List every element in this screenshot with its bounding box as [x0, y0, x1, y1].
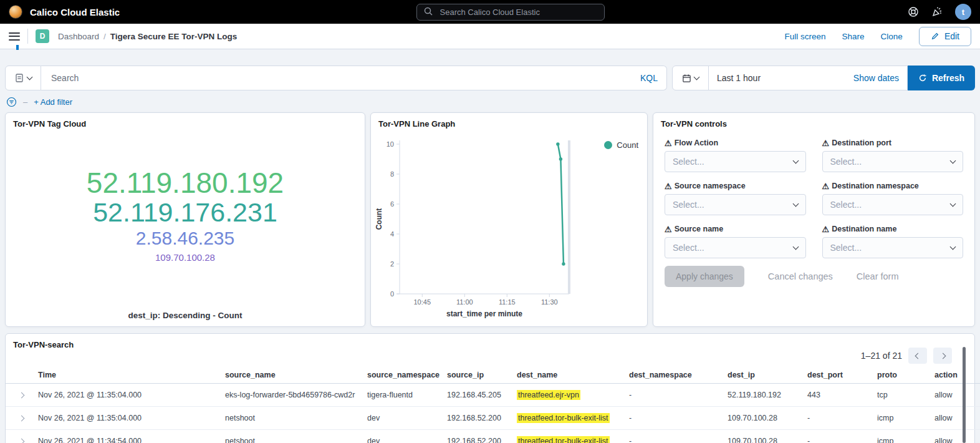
full-screen-button[interactable]: Full screen: [785, 32, 826, 41]
panel-title: Tor-VPN controls: [653, 113, 974, 129]
newsfeed-icon[interactable]: [931, 6, 943, 17]
row-expander[interactable]: [6, 407, 33, 430]
apply-changes-button[interactable]: Apply changes: [665, 266, 744, 287]
pagination: 1–21 of 21: [861, 348, 952, 364]
tag-1[interactable]: 52.119.180.192: [87, 168, 284, 198]
time-range-value[interactable]: Last 1 hour: [709, 73, 769, 83]
pencil-icon: [931, 32, 939, 41]
row-expander[interactable]: [6, 430, 33, 443]
tag-2[interactable]: 52.119.176.231: [93, 198, 277, 227]
table-row: Nov 26, 2021 @ 11:35:04.000 netshoot dev…: [6, 407, 980, 430]
global-header: Calico Cloud Elastic t: [0, 0, 980, 24]
global-search-input[interactable]: [439, 7, 598, 17]
panel-title: Tor-VPN Line Graph: [371, 113, 647, 129]
query-bar: KQL Last 1 hour Show dates Refresh: [5, 66, 975, 90]
chart-legend[interactable]: Count: [604, 140, 638, 150]
col-proto[interactable]: proto: [872, 367, 930, 384]
destination-namespace-select[interactable]: Select...: [822, 194, 964, 215]
svg-text:Count: Count: [375, 208, 383, 230]
results-table: Time source_name source_namespace source…: [6, 367, 980, 443]
pagination-label: 1–21 of 21: [861, 351, 902, 361]
col-source-name[interactable]: source_name: [220, 367, 362, 384]
destination-port-select[interactable]: Select...: [822, 151, 964, 172]
warning-icon: ⚠: [822, 139, 830, 147]
source-name-select[interactable]: Select...: [665, 237, 806, 258]
chevron-down-icon: [27, 74, 33, 80]
kql-search-box[interactable]: KQL: [41, 66, 667, 90]
chevron-right-icon: [939, 353, 946, 359]
table-header-row: Time source_name source_namespace source…: [6, 367, 980, 384]
chevron-down-icon: [950, 158, 956, 164]
warning-icon: ⚠: [665, 139, 672, 147]
warning-icon: ⚠: [665, 182, 672, 190]
panel-line-graph: Tor-VPN Line Graph 024681010:4511:0011:1…: [370, 112, 648, 327]
col-dest-ip[interactable]: dest_ip: [723, 367, 802, 384]
tag-3[interactable]: 2.58.46.235: [136, 228, 234, 248]
refresh-button[interactable]: Refresh: [908, 66, 975, 90]
help-icon[interactable]: [908, 6, 919, 17]
vertical-scrollbar[interactable]: [963, 347, 966, 443]
clear-form-button[interactable]: Clear form: [857, 271, 899, 281]
saved-query-menu-button[interactable]: [5, 66, 41, 90]
line-chart-svg: 024681010:4511:0011:1511:30start_time pe…: [375, 133, 642, 321]
calico-logo: [9, 5, 22, 19]
chevron-left-icon: [915, 353, 921, 359]
control-field-source-name: ⚠Source name Select...: [665, 225, 806, 258]
breadcrumb-dashboard[interactable]: Dashboard: [58, 32, 99, 41]
cancel-changes-button[interactable]: Cancel changes: [768, 271, 833, 281]
control-field-destination-port: ⚠Destination port Select...: [822, 139, 964, 172]
calendar-icon: [682, 74, 691, 83]
tag-4[interactable]: 109.70.100.28: [155, 253, 215, 263]
destination-name-select[interactable]: Select...: [822, 237, 964, 258]
chevron-down-icon: [950, 201, 956, 207]
menu-icon[interactable]: [9, 32, 20, 41]
user-avatar[interactable]: t: [955, 4, 971, 20]
app-title: Calico Cloud Elastic: [30, 7, 120, 17]
next-page-button[interactable]: [933, 348, 952, 364]
col-action[interactable]: action: [930, 367, 980, 384]
panel-search-table: Tor-VPN-search 1–21 of 21 Time source_na…: [5, 333, 975, 443]
chevron-right-icon: [19, 439, 25, 443]
global-search[interactable]: [416, 4, 605, 21]
table-row: Nov 26, 2021 @ 11:35:04.000 eks-log-forw…: [6, 384, 980, 407]
loading-indicator: [16, 45, 19, 50]
share-button[interactable]: Share: [842, 32, 865, 41]
line-chart: 024681010:4511:0011:1511:30start_time pe…: [375, 133, 642, 324]
prev-page-button[interactable]: [908, 348, 927, 364]
warning-icon: ⚠: [822, 225, 830, 233]
clone-button[interactable]: Clone: [881, 32, 903, 41]
chevron-down-icon: [792, 201, 799, 207]
legend-label: Count: [617, 140, 638, 150]
kql-search-input[interactable]: [50, 72, 634, 84]
highlighted-dest-name: threatfeed.tor-bulk-exit-list: [517, 436, 610, 443]
filter-icon[interactable]: [6, 97, 17, 107]
col-source-ip[interactable]: source_ip: [442, 367, 512, 384]
svg-text:8: 8: [390, 170, 394, 178]
col-time[interactable]: Time: [33, 367, 220, 384]
col-source-namespace[interactable]: source_namespace: [362, 367, 442, 384]
dashboard-app-badge[interactable]: D: [36, 29, 49, 43]
col-dest-port[interactable]: dest_port: [802, 367, 872, 384]
col-dest-namespace[interactable]: dest_namespace: [624, 367, 723, 384]
breadcrumb: Dashboard/Tigera Secure EE Tor-VPN Logs: [58, 32, 237, 41]
row-expander[interactable]: [6, 384, 33, 407]
page-title: Tigera Secure EE Tor-VPN Logs: [110, 32, 238, 41]
kql-language-button[interactable]: KQL: [634, 73, 658, 83]
chevron-down-icon: [694, 74, 700, 80]
highlighted-dest-name: threatfeed.tor-bulk-exit-list: [517, 413, 610, 423]
svg-text:11:30: 11:30: [541, 298, 558, 306]
chevron-right-icon: [19, 416, 25, 422]
date-picker-menu-button[interactable]: [673, 66, 709, 90]
add-filter-button[interactable]: + Add filter: [34, 97, 72, 107]
source-namespace-select[interactable]: Select...: [665, 194, 806, 215]
tag-cloud: 52.119.180.192 52.119.176.231 2.58.46.23…: [6, 168, 365, 263]
show-dates-button[interactable]: Show dates: [853, 73, 907, 83]
chevron-down-icon: [792, 244, 799, 250]
panel-controls: Tor-VPN controls ⚠Flow Action Select... …: [653, 112, 975, 327]
breadcrumb-bar: D Dashboard/Tigera Secure EE Tor-VPN Log…: [0, 24, 980, 49]
breadcrumb-separator: /: [103, 32, 106, 41]
edit-button[interactable]: Edit: [919, 27, 971, 46]
flow-action-select[interactable]: Select...: [665, 151, 806, 172]
filter-dash: –: [23, 97, 27, 107]
col-dest-name[interactable]: dest_name: [512, 367, 624, 384]
